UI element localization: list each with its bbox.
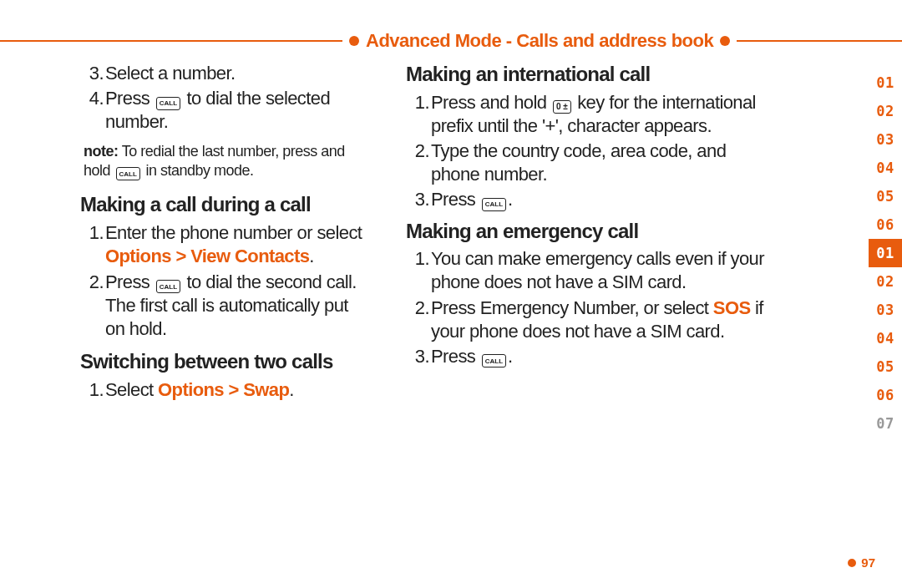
step-text: Enter the phone number or select Options… (105, 221, 366, 268)
step: 1. You can make emergency calls even if … (409, 247, 768, 294)
tab-03a[interactable]: 03 (869, 125, 902, 154)
step-text: Press and hold 0 ± key for the internati… (431, 91, 768, 138)
call-key-icon: CALL (482, 354, 506, 368)
step-text: Select a number. (105, 62, 236, 85)
note-label: note: (84, 143, 119, 160)
step: 1. Select Options > Swap. (84, 378, 366, 402)
step-number: 1. (409, 91, 431, 114)
left-column: 3. Select a number. 4. Press CALL to dia… (0, 62, 376, 403)
text-post: . (309, 246, 314, 266)
note-post: in standby mode. (142, 162, 254, 179)
right-column: Making an international call 1. Press an… (376, 62, 777, 403)
text-pre: Select (105, 379, 158, 400)
step-number: 1. (409, 247, 431, 271)
tab-06b[interactable]: 06 (869, 381, 902, 409)
options-link: Options > Swap (158, 379, 289, 400)
step: 2. Type the country code, area code, and… (409, 139, 768, 186)
section-heading: Making a call during a call (80, 192, 366, 218)
text-pre: Press (431, 346, 480, 367)
section-heading: Making an international call (406, 62, 768, 88)
text-pre: Press Emergency Number, or select (431, 297, 713, 318)
step-number: 3. (84, 62, 105, 85)
step-number: 2. (409, 297, 431, 320)
step-number: 3. (409, 188, 431, 211)
tab-02b[interactable]: 02 (869, 267, 902, 296)
step-text: Press CALL to dial the selected number. (105, 87, 366, 134)
step: 1. Enter the phone number or select Opti… (84, 221, 366, 268)
text-pre: Press (431, 189, 480, 210)
tab-01a[interactable]: 01 (869, 68, 902, 97)
step-number: 1. (84, 221, 105, 245)
text-pre: Press (105, 88, 155, 109)
header-rule-left (0, 40, 342, 42)
zero-key-icon: 0 ± (553, 100, 571, 114)
step-text: Press CALL to dial the second call. The … (105, 271, 366, 341)
call-key-icon: CALL (156, 280, 180, 293)
section-tabs: 01 02 03 04 05 06 01 02 03 04 05 06 07 (869, 68, 902, 438)
sos-link: SOS (713, 297, 751, 318)
step-text: Press CALL. (431, 345, 513, 368)
step: 2. Press Emergency Number, or select SOS… (409, 297, 768, 343)
page-number: 97 (861, 555, 875, 570)
step-text: Select Options > Swap. (105, 378, 294, 402)
step-text: Press Emergency Number, or select SOS if… (431, 297, 768, 343)
tab-01b-current[interactable]: 01 (869, 239, 902, 267)
step-text: Press CALL. (431, 188, 513, 211)
tab-02a[interactable]: 02 (869, 97, 902, 125)
tab-05b[interactable]: 05 (869, 352, 902, 381)
header-dot-left (349, 36, 359, 46)
text-pre: Enter the phone number or select (105, 222, 362, 243)
tab-04b[interactable]: 04 (869, 324, 902, 352)
step: 3. Press CALL. (409, 345, 768, 368)
step-number: 1. (84, 378, 105, 402)
header-rule-right (737, 40, 902, 42)
text-post: . (508, 189, 513, 210)
text-post: . (508, 346, 513, 367)
text-pre: Press and hold (431, 92, 551, 113)
manual-page: Advanced Mode - Calls and address book 3… (0, 0, 902, 588)
body-columns: 3. Select a number. 4. Press CALL to dia… (0, 62, 902, 403)
section-heading: Switching between two calls (80, 349, 366, 375)
header-dot-right (720, 36, 730, 46)
text-post: . (289, 379, 294, 400)
step-number: 3. (409, 345, 431, 368)
footer: 97 (23, 555, 875, 570)
step: 2. Press CALL to dial the second call. T… (84, 271, 366, 341)
step-3: 3. Select a number. (84, 62, 366, 85)
section-heading: Making an emergency call (406, 219, 768, 245)
step-number: 2. (84, 271, 105, 294)
footer-dot (848, 559, 856, 567)
options-link: Options > View Contacts (105, 246, 309, 266)
header: Advanced Mode - Calls and address book (0, 30, 902, 52)
page-title: Advanced Mode - Calls and address book (366, 30, 713, 52)
step: 1. Press and hold 0 ± key for the intern… (409, 91, 768, 138)
step: 3. Press CALL. (409, 188, 768, 211)
step-4: 4. Press CALL to dial the selected numbe… (84, 87, 366, 134)
step-number: 4. (84, 87, 105, 110)
call-key-icon: CALL (482, 198, 506, 211)
tab-07b[interactable]: 07 (869, 409, 902, 438)
call-key-icon: CALL (116, 167, 140, 180)
tab-03b[interactable]: 03 (869, 296, 902, 324)
call-key-icon: CALL (156, 97, 180, 110)
tab-06a[interactable]: 06 (869, 210, 902, 239)
note: note: To redial the last number, press a… (84, 142, 366, 180)
step-number: 2. (409, 139, 431, 163)
step-text: You can make emergency calls even if you… (431, 247, 768, 294)
text-pre: Press (105, 271, 155, 292)
tab-05a[interactable]: 05 (869, 182, 902, 210)
step-text: Type the country code, area code, and ph… (431, 139, 768, 186)
tab-04a[interactable]: 04 (869, 154, 902, 182)
